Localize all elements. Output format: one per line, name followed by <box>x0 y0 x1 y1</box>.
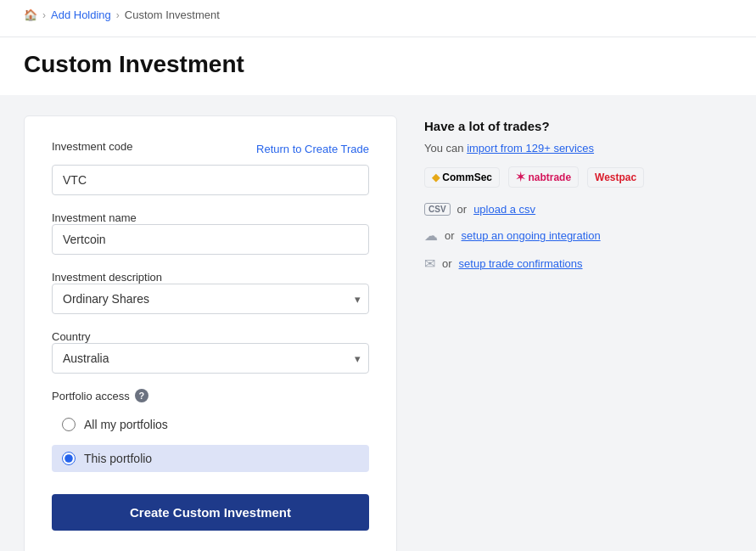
breadcrumb-separator-2: › <box>116 9 120 21</box>
this-portfolio-radio[interactable] <box>62 452 76 465</box>
csv-badge-icon: CSV <box>424 203 451 216</box>
investment-description-label: Investment description <box>52 271 162 284</box>
sidebar-panel: Have a lot of trades? You can import fro… <box>424 115 732 551</box>
investment-name-input[interactable] <box>52 224 369 255</box>
confirmation-option: ✉ or setup trade confirmations <box>424 256 732 272</box>
nabtrade-logo: ✶ nabtrade <box>508 166 579 188</box>
import-text: You can import from 129+ services <box>424 142 732 155</box>
portfolio-access-group: Portfolio access ? All my portfolios Thi… <box>52 389 369 472</box>
home-icon: 🏠 <box>24 8 37 21</box>
country-label: Country <box>52 330 91 343</box>
sidebar-title: Have a lot of trades? <box>424 119 732 133</box>
country-group: Country Australia United States United K… <box>52 329 369 374</box>
commsec-diamond-icon: ◆ <box>432 171 440 183</box>
import-link[interactable]: import from 129+ services <box>467 142 594 155</box>
upload-csv-link[interactable]: upload a csv <box>473 203 535 216</box>
this-portfolio-option[interactable]: This portfolio <box>52 445 369 472</box>
investment-description-select[interactable]: Ordinary Shares ETF Managed Fund Cryptoc… <box>52 284 369 314</box>
create-custom-investment-button[interactable]: Create Custom Investment <box>52 494 369 531</box>
commsec-logo: ◆ CommSec <box>424 167 500 188</box>
breadcrumb-separator-1: › <box>42 9 46 21</box>
page-title: Custom Investment <box>0 37 756 95</box>
investment-description-group: Investment description Ordinary Shares E… <box>52 270 369 314</box>
nabtrade-star-icon: ✶ <box>516 171 525 183</box>
investment-code-label: Investment code <box>52 140 132 153</box>
return-to-create-trade-link[interactable]: Return to Create Trade <box>256 143 369 155</box>
home-link[interactable]: 🏠 <box>24 8 37 21</box>
integration-option: ☁ or setup an ongoing integration <box>424 228 732 244</box>
breadcrumb: 🏠 › Add Holding › Custom Investment <box>24 8 732 21</box>
country-select[interactable]: Australia United States United Kingdom O… <box>52 343 369 374</box>
broker-logos: ◆ CommSec ✶ nabtrade Westpac <box>424 166 732 188</box>
form-card: Investment code Return to Create Trade I… <box>24 115 397 551</box>
investment-name-label: Investment name <box>52 211 137 224</box>
portfolio-help-icon[interactable]: ? <box>135 389 148 402</box>
add-holding-link[interactable]: Add Holding <box>51 8 111 21</box>
westpac-logo: Westpac <box>587 167 644 188</box>
investment-name-group: Investment name <box>52 211 369 255</box>
cloud-icon: ☁ <box>424 228 438 244</box>
mail-icon: ✉ <box>424 256 435 272</box>
breadcrumb-current: Custom Investment <box>125 8 220 21</box>
integration-link[interactable]: setup an ongoing integration <box>462 229 601 242</box>
investment-code-input[interactable] <box>52 165 369 195</box>
all-portfolios-label: All my portfolios <box>84 418 168 431</box>
all-portfolios-radio[interactable] <box>62 418 76 431</box>
trade-confirmations-link[interactable]: setup trade confirmations <box>459 257 583 270</box>
all-portfolios-option[interactable]: All my portfolios <box>52 411 369 438</box>
csv-option: CSV or upload a csv <box>424 203 732 216</box>
investment-code-group: Investment code Return to Create Trade <box>52 140 369 195</box>
portfolio-access-label: Portfolio access <box>52 390 130 402</box>
this-portfolio-label: This portfolio <box>84 452 152 465</box>
